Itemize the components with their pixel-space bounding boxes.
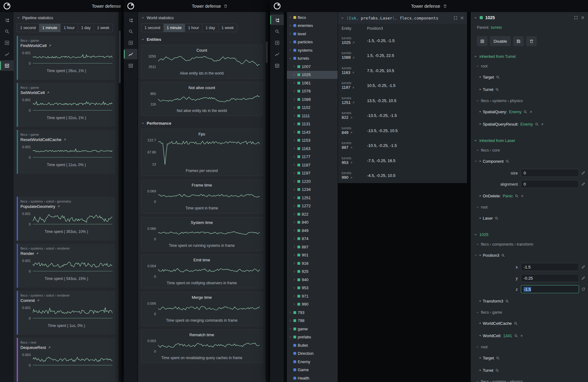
chevron-right-icon[interactable]: [293, 294, 296, 298]
component-value-link[interactable]: Panic: [503, 194, 513, 198]
chevron-right-icon[interactable]: [293, 262, 296, 265]
tree-item-1177[interactable]: 1177: [287, 153, 338, 161]
tree-item-1143[interactable]: 1143: [287, 128, 338, 136]
entity-id-link[interactable]: 887: [342, 145, 348, 150]
entity-id-link[interactable]: 990: [342, 175, 348, 180]
chevron-down-icon[interactable]: [341, 16, 344, 20]
rail-hierarchy-button[interactable]: [124, 15, 137, 25]
query-result-row-1089[interactable]: turrets 1089 1.5, -0.25, 22.5: [338, 48, 467, 63]
tree-item-direction[interactable]: Direction: [287, 350, 338, 358]
chevron-right-icon[interactable]: [293, 221, 296, 224]
query-result-row-822[interactable]: turrets 822 -13.5, -0.25, -1.5: [338, 108, 467, 123]
search-icon[interactable]: [514, 334, 518, 338]
chevron-right-icon[interactable]: [289, 16, 292, 19]
pipeline-tab-1-minute[interactable]: 1 minute: [39, 24, 61, 32]
pipeline-tab-1-hour[interactable]: 1 hour: [61, 24, 78, 32]
chevron-right-icon[interactable]: [293, 163, 296, 166]
rail-hierarchy-button[interactable]: [0, 15, 14, 25]
tree-item-1220[interactable]: 1220: [287, 177, 338, 186]
tree-item-901[interactable]: 901: [287, 251, 338, 260]
tree-item-level[interactable]: level: [287, 30, 338, 38]
world-panel-header[interactable]: World statistics: [138, 12, 266, 23]
chevron-right-icon[interactable]: [289, 327, 292, 330]
tree-item-particles[interactable]: particles: [287, 38, 338, 46]
query-result-row-1163[interactable]: turrets 1163 7.5, -0.25, 10.5: [338, 63, 467, 78]
open-link-icon[interactable]: [352, 41, 355, 44]
stat-name-link[interactable]: Commit: [20, 298, 112, 303]
tree-item-940[interactable]: 940: [287, 276, 338, 284]
tree-item-1025[interactable]: 1025: [287, 71, 338, 79]
stat-name-link[interactable]: Render: [20, 251, 112, 256]
chevron-right-icon[interactable]: [293, 204, 296, 208]
chevron-right-icon[interactable]: [293, 180, 296, 183]
chevron-right-icon[interactable]: [293, 172, 296, 175]
pipeline-panel-header[interactable]: Pipeline statistics: [14, 12, 119, 23]
field-input-size[interactable]: 0: [521, 169, 579, 177]
query-result-row-1025[interactable]: turrets 1025 -1.5, -0.25, -1.5: [338, 33, 467, 48]
tree-item-turrets[interactable]: turrets: [287, 54, 338, 63]
component-row-transform3[interactable]: •Transform3: [471, 295, 588, 307]
rail-charts-button[interactable]: [124, 49, 137, 59]
chevron-right-icon[interactable]: [289, 319, 292, 322]
revert-icon[interactable]: [581, 287, 586, 291]
rail-hierarchy-button[interactable]: [270, 15, 284, 25]
tree-item-prefabs[interactable]: prefabs: [287, 333, 338, 341]
entity-id-link[interactable]: 953: [342, 160, 348, 165]
search-icon[interactable]: [505, 299, 509, 303]
tree-item-1089[interactable]: 1089: [287, 95, 338, 104]
query-result-row-849[interactable]: turrets 849 -13.5, -0.25, 10.5: [338, 123, 467, 138]
component-row-target[interactable]: •Target: [471, 352, 588, 364]
chevron-right-icon[interactable]: [293, 278, 296, 281]
chevron-right-icon[interactable]: [289, 41, 292, 44]
tree-item-1234[interactable]: 1234: [287, 186, 338, 194]
search-icon[interactable]: [501, 253, 505, 257]
search-icon[interactable]: [515, 194, 519, 198]
query-result-row-887[interactable]: turrets 887 -10.5, -0.25, -1.5: [338, 138, 467, 153]
tree-item-990[interactable]: 990: [287, 300, 338, 309]
search-icon[interactable]: [496, 356, 500, 360]
tree-item-game[interactable]: game: [287, 325, 338, 333]
search-icon[interactable]: [496, 75, 500, 79]
chevron-right-icon[interactable]: [293, 81, 296, 84]
rail-inspector-button[interactable]: [124, 37, 137, 48]
chevron-down-icon[interactable]: [474, 160, 478, 163]
tree-item-1007[interactable]: 1007: [287, 62, 338, 71]
chevron-down-icon[interactable]: [474, 254, 478, 257]
search-icon[interactable]: [514, 321, 518, 325]
rail-search-button[interactable]: [0, 26, 14, 36]
chevron-down-icon[interactable]: [474, 16, 477, 19]
module-path[interactable]: flecs › components › transform: [471, 240, 588, 249]
delete-button[interactable]: [526, 36, 537, 46]
edit-icon[interactable]: [581, 182, 586, 186]
scrollbar[interactable]: [266, 12, 268, 382]
tree-item-1131[interactable]: 1131: [287, 120, 338, 128]
tree-item-game[interactable]: Game: [287, 366, 338, 374]
delete-world-button[interactable]: [443, 4, 447, 8]
tree-item-1102[interactable]: 1102: [287, 104, 338, 112]
section-header[interactable]: 1025: [471, 230, 588, 239]
chevron-right-icon[interactable]: [293, 237, 296, 240]
chevron-right-icon[interactable]: [293, 286, 296, 290]
tree-item-887[interactable]: 887: [287, 243, 338, 251]
chevron-right-icon[interactable]: [293, 196, 296, 199]
save-button[interactable]: [513, 36, 524, 46]
expand-icon[interactable]: [453, 16, 458, 20]
tree-item-1153[interactable]: 1153: [287, 136, 338, 145]
pipeline-tab-1-week[interactable]: 1 week: [94, 24, 113, 32]
disable-button[interactable]: Disable: [490, 36, 511, 46]
chevron-right-icon[interactable]: [289, 32, 292, 35]
entity-id-link[interactable]: 1197: [342, 85, 350, 90]
component-row-turret[interactable]: •Turret: [471, 83, 588, 96]
chevron-right-icon[interactable]: [289, 24, 292, 27]
rail-statistics-button[interactable]: [0, 60, 14, 71]
chevron-right-icon[interactable]: [293, 139, 296, 142]
stat-name-link[interactable]: ResetWorldCellCache: [20, 137, 112, 142]
component-row-component[interactable]: •Component: [471, 155, 588, 167]
component-row-target[interactable]: •Target: [471, 71, 588, 83]
open-link-icon[interactable]: [350, 176, 353, 179]
entity-id-link[interactable]: 1025: [342, 40, 351, 45]
open-link-icon[interactable]: [352, 71, 355, 74]
component-row-position3[interactable]: •Position3: [471, 249, 588, 261]
tree-item-1197[interactable]: 1197: [287, 169, 338, 178]
chevron-right-icon[interactable]: [293, 188, 296, 191]
